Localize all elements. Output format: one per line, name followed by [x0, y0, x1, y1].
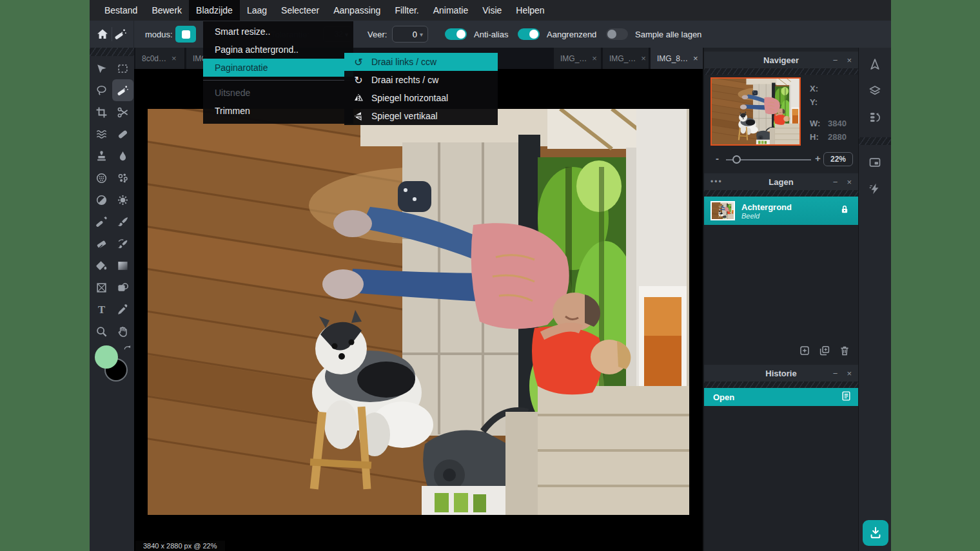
tool-wand-select[interactable] — [112, 79, 133, 101]
layers-menu-button[interactable]: ••• — [710, 177, 723, 186]
rail-navigator-button[interactable] — [867, 57, 883, 72]
foreground-color-swatch[interactable] — [95, 345, 118, 369]
menu-item-page-background[interactable]: Pagina achtergrond.. — [203, 41, 353, 59]
tool-liquify[interactable] — [91, 123, 112, 145]
zoom-value-box[interactable]: 22% — [823, 152, 853, 166]
submenu-item-flip-vertical[interactable]: Spiegel vertikaal — [344, 107, 498, 125]
tool-cutout[interactable] — [112, 101, 133, 123]
antialias-toggle[interactable] — [445, 28, 467, 40]
tool-zoom[interactable] — [91, 320, 112, 342]
tool-marquee-select[interactable] — [112, 57, 133, 79]
tool-color-picker[interactable] — [112, 298, 133, 320]
tool-crop[interactable] — [91, 101, 112, 123]
menu-item-trim[interactable]: Trimmen — [203, 102, 353, 120]
tool-dodge-burn[interactable] — [91, 189, 112, 211]
close-tab-icon[interactable]: × — [693, 53, 698, 63]
sample-all-layers-toggle[interactable] — [606, 28, 628, 40]
menu-bestand[interactable]: Bestand — [97, 0, 144, 21]
clone-stamp-icon — [95, 150, 108, 162]
home-button[interactable] — [95, 26, 110, 42]
menu-aanpassing[interactable]: Aanpassing — [326, 0, 387, 21]
tool-gradient[interactable] — [112, 255, 133, 276]
tool-fill[interactable] — [91, 255, 112, 276]
submenu-item-rotate-right-cw[interactable]: ↻ Draai rechts / cw — [344, 71, 498, 89]
tool-arrange[interactable] — [91, 57, 112, 79]
menu-laag[interactable]: Laag — [240, 0, 274, 21]
download-button[interactable] — [863, 520, 888, 546]
add-layer-button[interactable] — [799, 345, 810, 359]
submenu-item-flip-horizontal[interactable]: Spiegel horizontaal — [344, 89, 498, 107]
swap-colors-icon[interactable] — [122, 344, 132, 356]
tool-sharpen[interactable] — [112, 189, 133, 211]
tool-eraser[interactable] — [91, 233, 112, 255]
navigator-thumbnail[interactable] — [710, 77, 801, 146]
open-image-rotated-photo[interactable] — [148, 109, 689, 515]
close-tab-icon[interactable]: × — [592, 53, 597, 63]
close-panel-icon[interactable]: × — [847, 369, 852, 378]
menu-fillter[interactable]: Fillter. — [387, 0, 426, 21]
tool-transform[interactable] — [91, 276, 112, 298]
tool-lasso-select[interactable] — [91, 79, 112, 101]
menu-item-crop: Uitsnede — [203, 84, 353, 102]
minimize-panel-icon[interactable]: − — [833, 369, 838, 378]
tool-draw[interactable] — [91, 211, 112, 233]
heal-bandage-icon — [117, 128, 129, 140]
close-panel-icon[interactable]: × — [847, 55, 852, 65]
submenu-item-rotate-left-ccw[interactable]: ↺ Draai links / ccw — [344, 53, 498, 71]
history-item-label: Open — [713, 392, 841, 402]
document-tab[interactable]: IMG_… × — [554, 48, 602, 69]
close-tab-icon[interactable]: × — [641, 53, 646, 63]
duplicate-layer-button[interactable] — [819, 345, 830, 359]
document-tab[interactable]: IMG_… × — [603, 48, 649, 69]
tool-hand[interactable] — [112, 320, 133, 342]
tool-disperse[interactable] — [112, 167, 133, 189]
zoom-in-button[interactable]: + — [815, 153, 821, 164]
minimize-panel-icon[interactable]: − — [833, 55, 838, 65]
height-label: H: — [810, 131, 827, 143]
tool-shape[interactable] — [112, 276, 133, 298]
zoom-slider-row: - + 22% — [704, 150, 858, 169]
tool-smudge[interactable] — [112, 233, 133, 255]
zoom-out-button[interactable]: - — [716, 153, 719, 164]
selection-mode-new-button[interactable] — [175, 26, 196, 43]
menu-helpen[interactable]: Helpen — [509, 0, 551, 21]
lock-icon[interactable] — [839, 204, 850, 218]
menu-bewerk[interactable]: Bewerk — [144, 0, 189, 21]
delete-layer-button[interactable] — [839, 345, 850, 359]
minimize-panel-icon[interactable]: − — [833, 177, 838, 187]
tool-detail[interactable] — [112, 145, 133, 167]
tool-heal[interactable] — [112, 123, 133, 145]
feather-select[interactable]: 0▾ — [392, 26, 428, 43]
close-panel-icon[interactable]: × — [847, 177, 852, 187]
layer-row-achtergrond[interactable]: Achtergrond Beeld — [704, 197, 858, 225]
rail-quick-actions-button[interactable] — [867, 181, 883, 197]
menu-visie[interactable]: Visie — [475, 0, 509, 21]
close-tab-icon[interactable]: × — [172, 53, 177, 63]
zoom-slider-handle[interactable] — [732, 155, 741, 164]
tool-sidebar — [90, 48, 134, 551]
menu-bladzijde[interactable]: Bladzijde — [189, 0, 240, 21]
rail-preview-button[interactable] — [867, 155, 883, 170]
cutout-scissors-icon — [117, 106, 129, 119]
canvas[interactable]: 3840 x 2880 px @ 22% — [134, 69, 703, 551]
tool-clone-stamp[interactable] — [91, 145, 112, 167]
menu-item-smart-resize[interactable]: Smart resize.. — [203, 23, 353, 41]
tool-paint[interactable] — [112, 211, 133, 233]
wand-select-icon — [117, 84, 129, 97]
tool-pixelate[interactable] — [91, 167, 112, 189]
menu-selecteer[interactable]: Selecteer — [274, 0, 326, 21]
tool-text[interactable] — [91, 298, 112, 320]
shape-icon — [117, 282, 129, 294]
menu-animatie[interactable]: Animatie — [426, 0, 475, 21]
navigator-arrow-icon — [868, 58, 881, 71]
rail-layers-button[interactable] — [867, 83, 883, 99]
y-value — [828, 96, 847, 108]
contiguous-toggle[interactable] — [518, 28, 540, 40]
document-tab-active[interactable]: IMG_8… × — [651, 48, 706, 69]
width-value: 3840 — [828, 117, 847, 130]
contiguous-toggle-row: Aangrenzend — [518, 28, 596, 40]
history-item-open[interactable]: Open — [704, 388, 858, 406]
menu-item-page-rotation[interactable]: Paginarotatie — [203, 59, 353, 77]
rail-history-button[interactable] — [867, 110, 883, 125]
document-tab[interactable]: 8c0d… × — [135, 48, 185, 69]
